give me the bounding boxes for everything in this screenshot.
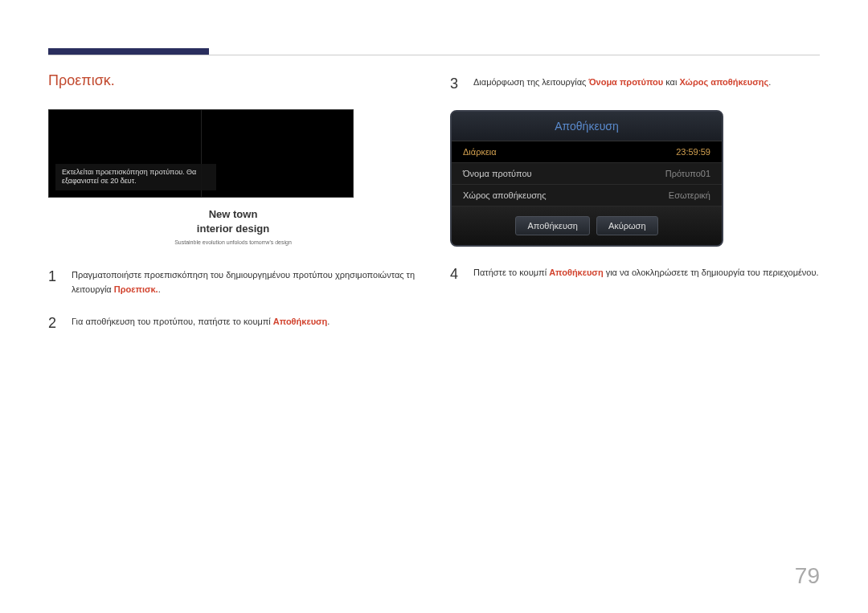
step-text-post: για να ολοκληρώσετε τη δημιουργία του πε… (604, 268, 819, 277)
step-text: Για αποθήκευση του προτύπου, πατήστε το … (72, 312, 330, 329)
preview-title: New town interior design (48, 207, 418, 236)
row-value: Εσωτερική (669, 190, 710, 200)
preview-title-line1: New town (48, 207, 418, 222)
row-label: Χώρος αποθήκευσης (463, 190, 546, 200)
page-number: 79 (795, 563, 820, 589)
step-text-post: . (768, 77, 771, 87)
step-text: Διαμόρφωση της λειτουργίας Όνομα προτύπο… (473, 72, 771, 90)
row-value: 23:59:59 (676, 147, 710, 157)
step-keyword: Αποθήκευση (273, 317, 327, 326)
step-number: 1 (48, 265, 59, 288)
step-1: 1 Πραγματοποιήστε προεπισκόπηση του δημι… (48, 265, 418, 296)
left-column: Προεπισκ. Εκτελείται προεπισκόπηση προτύ… (48, 72, 418, 349)
dialog-row-duration[interactable]: Διάρκεια 23:59:59 (452, 141, 722, 163)
row-label: Όνομα προτύπου (463, 169, 532, 178)
section-title: Προεπισκ. (48, 72, 418, 89)
save-dialog: Αποθήκευση Διάρκεια 23:59:59 Όνομα προτύ… (450, 110, 723, 247)
preview-title-line2: interior design (48, 222, 418, 236)
step-keyword: Προεπισκ. (114, 284, 158, 294)
step-text-post: . (158, 284, 161, 294)
row-label: Διάρκεια (463, 147, 497, 157)
preview-overlay-caption: Εκτελείται προεπισκόπηση προτύπου. Θα εξ… (55, 164, 216, 190)
dialog-row-storage-location[interactable]: Χώρος αποθήκευσης Εσωτερική (452, 185, 722, 206)
header-rule (48, 55, 820, 55)
preview-subtitle: Sustainble evolution unfolods tomorrw's … (48, 239, 418, 245)
right-column: 3 Διαμόρφωση της λειτουργίας Όνομα προτύ… (450, 72, 820, 349)
row-value: Πρότυπο01 (665, 169, 710, 178)
step-number: 2 (48, 312, 59, 335)
step-number: 4 (450, 263, 461, 286)
dialog-title: Αποθήκευση (452, 112, 722, 141)
dialog-row-template-name[interactable]: Όνομα προτύπου Πρότυπο01 (452, 163, 722, 185)
step-keyword: Όνομα προτύπου (588, 77, 663, 87)
step-4: 4 Πατήστε το κουμπί Αποθήκευση για να ολ… (450, 263, 820, 286)
step-text-mid: και (663, 77, 679, 87)
step-3: 3 Διαμόρφωση της λειτουργίας Όνομα προτύ… (450, 72, 820, 96)
page: Προεπισκ. Εκτελείται προεπισκόπηση προτύ… (0, 0, 868, 613)
step-text: Πατήστε το κουμπί Αποθήκευση για να ολοκ… (473, 263, 819, 280)
step-2: 2 Για αποθήκευση του προτύπου, πατήστε τ… (48, 312, 418, 335)
header-accent (48, 48, 209, 55)
cancel-button[interactable]: Ακύρωση (596, 216, 658, 235)
step-keyword: Χώρος αποθήκευσης (679, 77, 768, 87)
step-number: 3 (450, 72, 461, 96)
step-keyword: Αποθήκευση (549, 268, 603, 277)
dialog-footer: Αποθήκευση Ακύρωση (452, 206, 722, 245)
step-text-post: . (327, 317, 330, 326)
step-text-pre: Πατήστε το κουμπί (473, 268, 549, 277)
step-text: Πραγματοποιήστε προεπισκόπηση του δημιου… (72, 265, 418, 296)
content-area: Προεπισκ. Εκτελείται προεπισκόπηση προτύ… (48, 72, 820, 349)
save-button[interactable]: Αποθήκευση (515, 216, 589, 235)
step-text-pre: Διαμόρφωση της λειτουργίας (473, 77, 588, 87)
step-text-pre: Για αποθήκευση του προτύπου, πατήστε το … (72, 317, 273, 326)
preview-thumbnail: Εκτελείται προεπισκόπηση προτύπου. Θα εξ… (48, 109, 354, 198)
